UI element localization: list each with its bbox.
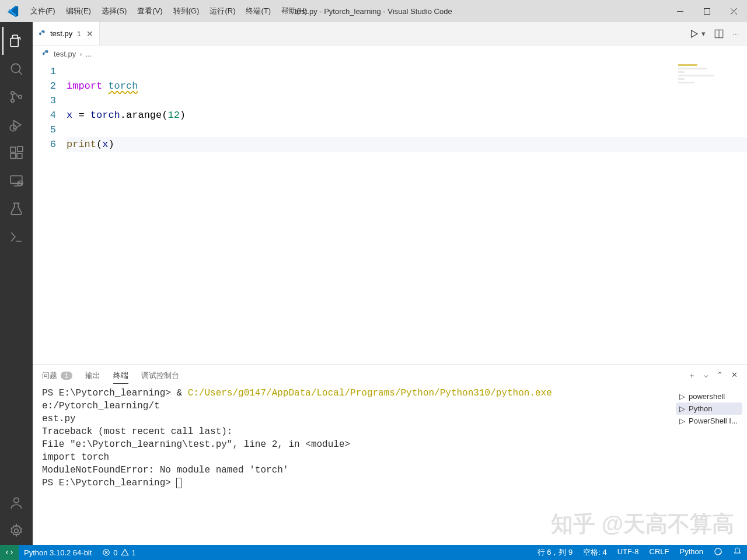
notifications-icon[interactable] [728, 547, 747, 556]
panel-tab-output[interactable]: 输出 [85, 368, 100, 383]
window-controls [666, 0, 747, 22]
source-control-icon[interactable] [2, 83, 30, 111]
code-line [67, 123, 747, 137]
panel-tab-debug[interactable]: 调试控制台 [141, 368, 179, 383]
run-dropdown-icon[interactable]: ▾ [701, 29, 706, 38]
extensions-icon[interactable] [2, 139, 30, 167]
remote-indicator[interactable] [0, 545, 19, 560]
terminal-item-icon: ▷ [679, 416, 685, 425]
svg-point-9 [19, 95, 22, 98]
run-button-icon[interactable] [689, 29, 699, 39]
menu-goto[interactable]: 转到(G) [169, 4, 204, 19]
split-editor-icon[interactable] [714, 29, 724, 39]
minimize-button[interactable] [666, 0, 693, 22]
error-icon [102, 548, 110, 556]
code-line [67, 93, 747, 108]
svg-point-23 [15, 529, 19, 533]
eol[interactable]: CRLF [644, 547, 675, 556]
svg-rect-12 [11, 147, 16, 152]
panel-tab-terminal[interactable]: 终端 [113, 368, 128, 384]
search-icon[interactable] [2, 55, 30, 83]
terminal-cursor [176, 478, 181, 488]
chevron-right-icon: › [79, 50, 82, 58]
svg-point-7 [11, 92, 14, 94]
tab-dirty-indicator: 1 [77, 30, 81, 37]
line-gutter: 1 2 3 4 5 6 [33, 62, 67, 364]
breadcrumb-more: ... [86, 50, 92, 58]
status-bar: Python 3.10.2 64-bit 0 1 行 6，列 9 空格: 4 U… [0, 545, 747, 560]
close-panel-icon[interactable]: ✕ [731, 370, 738, 381]
code-area[interactable]: import torch x = torch.arange(12) print(… [67, 62, 747, 364]
svg-point-30 [715, 548, 721, 555]
code-line-current: print(x) [67, 137, 747, 152]
indentation[interactable]: 空格: 4 [578, 547, 612, 558]
testing-icon[interactable] [2, 195, 30, 223]
svg-rect-14 [17, 153, 22, 159]
breadcrumb-file: test.py [54, 50, 76, 58]
python-file-icon [42, 50, 50, 58]
python-file-icon [39, 30, 47, 38]
menu-view[interactable]: 查看(V) [132, 4, 167, 19]
minimap[interactable] [678, 64, 742, 123]
svg-rect-0 [677, 11, 683, 12]
terminal-item-icon: ▷ [679, 404, 685, 413]
language-mode[interactable]: Python [675, 547, 708, 556]
terminal-dropdown-icon[interactable]: ⌵ [704, 370, 708, 381]
editor-tabs: test.py 1 ✕ ▾ ··· [33, 22, 747, 46]
svg-point-8 [11, 99, 14, 102]
menu-select[interactable]: 选择(S) [97, 4, 131, 19]
cursor-position[interactable]: 行 6，列 9 [532, 547, 578, 558]
terminal-item-python[interactable]: ▷Python [676, 402, 742, 415]
problems-indicator[interactable]: 0 1 [97, 545, 141, 560]
close-button[interactable] [720, 0, 747, 22]
menu-terminal[interactable]: 终端(T) [241, 4, 275, 19]
code-line [67, 64, 747, 79]
explorer-icon[interactable] [2, 27, 30, 55]
terminal-item-powershell-ise[interactable]: ▷PowerShell I... [676, 415, 742, 427]
problems-count-badge: 1 [61, 372, 72, 380]
svg-point-22 [14, 498, 19, 503]
tab-close-icon[interactable]: ✕ [86, 29, 93, 38]
maximize-panel-icon[interactable]: ⌃ [717, 370, 723, 381]
more-actions-icon[interactable]: ··· [732, 29, 739, 38]
window-title: test.py - Pytorch_learning - Visual Stud… [295, 7, 452, 16]
svg-rect-13 [11, 153, 16, 159]
svg-marker-24 [692, 30, 698, 37]
terminal-output[interactable]: PS E:\Pytorch_learning> & C:/Users/g0147… [33, 387, 671, 545]
svg-rect-15 [18, 146, 23, 152]
encoding[interactable]: UTF-8 [612, 547, 644, 556]
code-line: x = torch.arange(12) [67, 108, 747, 123]
menu-edit[interactable]: 编辑(E) [61, 4, 96, 19]
breadcrumb[interactable]: test.py › ... [33, 46, 747, 62]
remote-explorer-icon[interactable] [2, 167, 30, 195]
svg-rect-4 [11, 38, 18, 47]
settings-icon[interactable] [2, 517, 30, 545]
warning-icon [121, 548, 129, 556]
python-interpreter[interactable]: Python 3.10.2 64-bit [19, 545, 97, 560]
feedback-icon[interactable] [708, 547, 728, 556]
maximize-button[interactable] [693, 0, 720, 22]
editor[interactable]: 1 2 3 4 5 6 import torch x = torch.arang… [33, 62, 747, 364]
svg-point-5 [11, 64, 20, 72]
menubar: 文件(F) 编辑(E) 选择(S) 查看(V) 转到(G) 运行(R) 终端(T… [26, 4, 312, 19]
bottom-panel: 问题1 输出 终端 调试控制台 ＋ ⌵ ⌃ ✕ PS E:\Pytorch_le… [33, 364, 747, 545]
menu-file[interactable]: 文件(F) [26, 4, 60, 19]
powershell-extension-icon[interactable] [2, 223, 30, 251]
tab-label: test.py [50, 29, 72, 38]
debug-icon[interactable] [2, 111, 30, 139]
panel-tab-problems[interactable]: 问题1 [42, 368, 72, 383]
titlebar: 文件(F) 编辑(E) 选择(S) 查看(V) 转到(G) 运行(R) 终端(T… [0, 0, 747, 22]
vscode-logo-icon [7, 5, 19, 17]
svg-line-6 [19, 71, 22, 74]
menu-run[interactable]: 运行(R) [205, 4, 240, 19]
tab-test-py[interactable]: test.py 1 ✕ [33, 22, 100, 45]
terminal-list: ▷powershell ▷Python ▷PowerShell I... [671, 387, 747, 545]
account-icon[interactable] [2, 489, 30, 517]
panel-tabs: 问题1 输出 终端 调试控制台 ＋ ⌵ ⌃ ✕ [33, 365, 747, 387]
svg-rect-16 [11, 176, 22, 183]
terminal-item-powershell[interactable]: ▷powershell [676, 390, 742, 402]
svg-rect-1 [704, 8, 710, 14]
terminal-item-icon: ▷ [679, 392, 685, 401]
activity-bar [0, 22, 33, 545]
new-terminal-icon[interactable]: ＋ [688, 370, 696, 381]
